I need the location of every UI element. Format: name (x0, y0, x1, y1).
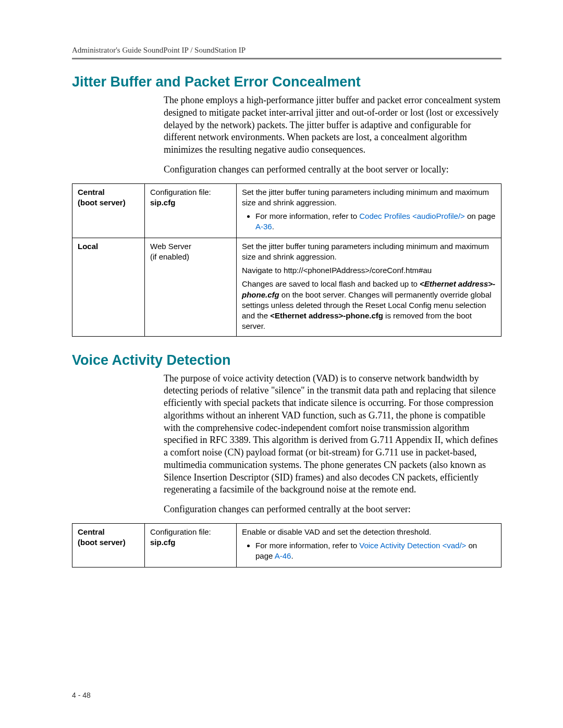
cell-method: Configuration file: sip.cfg (145, 183, 237, 238)
cell-scope: Central (boot server) (72, 183, 145, 238)
desc-text: Set the jitter buffer tuning parameters … (242, 188, 489, 207)
page-ref-link[interactable]: A-36 (255, 222, 272, 231)
bullet-prefix: For more information, refer to (255, 212, 359, 220)
page-number: 4 - 48 (72, 691, 91, 699)
bullet-end: . (291, 551, 293, 560)
scope-label: Local (78, 242, 98, 251)
section-heading-jitter: Jitter Buffer and Packet Error Concealme… (72, 74, 501, 90)
cross-ref-link[interactable]: Voice Activity Detection <vad/> (359, 541, 466, 550)
method-label: Configuration file: (150, 527, 211, 536)
desc-text: Enable or disable VAD and set the detect… (242, 527, 431, 536)
page: Administrator's Guide SoundPoint IP / So… (0, 0, 563, 728)
scope-label: Central (78, 188, 105, 196)
cell-description: Set the jitter buffer tuning parameters … (237, 238, 501, 336)
desc-text: Set the jitter buffer tuning parameters … (242, 242, 489, 261)
method-label: Web Server (150, 242, 191, 251)
section-heading-vad: Voice Activity Detection (72, 352, 501, 368)
desc-bold: <Ethernet address>-phone.cfg (270, 311, 383, 320)
bullet-end: . (272, 222, 274, 231)
method-sublabel: (if enabled) (150, 252, 189, 261)
section1-body: The phone employs a high-performance jit… (164, 94, 501, 176)
scope-sublabel: (boot server) (78, 198, 126, 207)
bullet-prefix: For more information, refer to (255, 541, 359, 550)
desc-text: Navigate to http://<phoneIPAddress>/core… (242, 266, 432, 275)
cross-ref-link[interactable]: Codec Profiles <audioProfile/> (359, 212, 465, 220)
header-rule (72, 58, 501, 59)
cell-description: Enable or disable VAD and set the detect… (237, 523, 501, 567)
table-row: Central (boot server) Configuration file… (72, 523, 501, 567)
bullet-list: For more information, refer to Codec Pro… (242, 211, 496, 232)
running-header: Administrator's Guide SoundPoint IP / So… (72, 46, 501, 55)
cell-description: Set the jitter buffer tuning parameters … (237, 183, 501, 238)
cell-scope: Central (boot server) (72, 523, 145, 567)
cell-scope: Local (72, 238, 145, 336)
scope-label: Central (78, 527, 105, 536)
section1-para2: Configuration changes can performed cent… (164, 164, 501, 176)
section2-para1: The purpose of voice activity detection … (164, 373, 501, 497)
bullet-item: For more information, refer to Voice Act… (255, 540, 496, 562)
desc-frag: Changes are saved to local flash and bac… (242, 279, 420, 288)
section2-body: The purpose of voice activity detection … (164, 373, 501, 516)
bullet-list: For more information, refer to Voice Act… (242, 540, 496, 562)
section1-para1: The phone employs a high-performance jit… (164, 94, 501, 156)
bullet-item: For more information, refer to Codec Pro… (255, 211, 496, 232)
section2-para2: Configuration changes can performed cent… (164, 503, 501, 516)
page-ref-link[interactable]: A-46 (275, 551, 291, 560)
table-row: Central (boot server) Configuration file… (72, 183, 501, 238)
cell-method: Web Server (if enabled) (145, 238, 237, 336)
cell-method: Configuration file: sip.cfg (145, 523, 237, 567)
method-value: sip.cfg (150, 538, 175, 547)
desc-text: Changes are saved to local flash and bac… (242, 279, 495, 330)
section2-table: Central (boot server) Configuration file… (72, 523, 501, 567)
section1-table: Central (boot server) Configuration file… (72, 183, 501, 337)
method-label: Configuration file: (150, 188, 211, 196)
method-value: sip.cfg (150, 198, 175, 207)
bullet-mid: on page (465, 212, 495, 220)
scope-sublabel: (boot server) (78, 538, 126, 547)
table-row: Local Web Server (if enabled) Set the ji… (72, 238, 501, 336)
